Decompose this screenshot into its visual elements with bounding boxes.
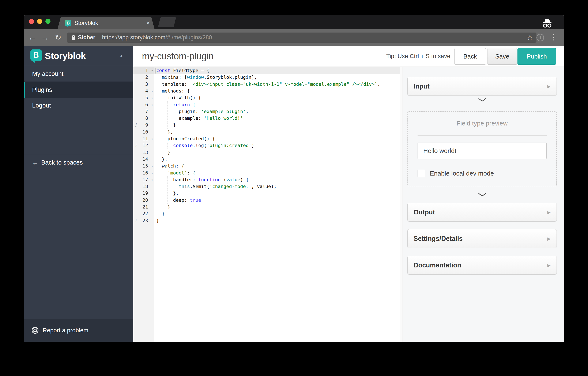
address-bar[interactable]: Sicher https://app.storyblok.com/#!/me/p… [67, 32, 536, 43]
gutter-cell-13[interactable]: 13 [133, 149, 154, 156]
gutter-cell-10[interactable]: 10 [133, 129, 154, 136]
extension-icon[interactable]: 1 [536, 34, 544, 42]
tab-title: Storyblok [74, 17, 98, 29]
line-number: 22 [143, 210, 148, 217]
gutter-cell-12[interactable]: i12 [133, 142, 154, 149]
code-token: 'Hello world!' [204, 115, 243, 121]
sidebar-item-label: My account [32, 71, 63, 77]
code-line-4[interactable]: methods: { [154, 88, 399, 94]
gutter-cell-18[interactable]: 18 [133, 183, 154, 190]
fold-arrow-icon[interactable]: ▾ [151, 88, 153, 95]
gutter-cell-5[interactable]: 5▾ [133, 94, 154, 101]
sidebar-item-plugins[interactable]: Plugins [24, 82, 133, 98]
code-line-7[interactable]: plugin: 'example_plugin', [154, 108, 399, 115]
input-accordion[interactable]: Input ▶ [407, 77, 557, 96]
browser-forward-button[interactable]: → [40, 29, 50, 46]
code-line-19[interactable]: }, [154, 190, 399, 197]
gutter-cell-11[interactable]: 11▾ [133, 136, 154, 142]
close-window-button[interactable] [29, 19, 34, 24]
code-token: . [193, 143, 195, 148]
code-line-6[interactable]: return { [154, 101, 399, 108]
chevron-down-icon[interactable] [407, 193, 557, 198]
sidebar-item-my-account[interactable]: My account [24, 66, 133, 82]
fold-arrow-icon[interactable]: ▾ [151, 136, 153, 142]
code-line-16[interactable]: 'model': { [154, 170, 399, 176]
gutter-cell-2[interactable]: 2 [133, 74, 154, 81]
sidebar-item-logout[interactable]: Logout [24, 98, 133, 113]
code-line-13[interactable]: } [154, 149, 399, 156]
browser-menu-icon[interactable]: ⋮ [550, 29, 557, 46]
code-token: .Storyblok.plugin], [204, 74, 257, 80]
code-line-11[interactable]: pluginCreated() { [154, 136, 399, 142]
gutter-cell-17[interactable]: 17▾ [133, 176, 154, 183]
editor-scrollbar[interactable] [400, 67, 403, 342]
gutter-cell-6[interactable]: 6▾ [133, 101, 154, 108]
browser-reload-button[interactable]: ↻ [53, 29, 63, 46]
zoom-window-button[interactable] [45, 19, 51, 24]
code-line-2[interactable]: mixins: [window.Storyblok.plugin], [154, 74, 399, 81]
collapse-sidebar-icon[interactable]: ▲ [120, 46, 123, 66]
url-path: /#!/me/plugins/280 [165, 34, 212, 41]
gutter-cell-19[interactable]: 19 [133, 190, 154, 197]
gutter-cell-7[interactable]: 7 [133, 108, 154, 115]
fold-arrow-icon[interactable]: ▾ [151, 102, 153, 108]
indent-guide [173, 108, 173, 115]
fold-arrow-icon[interactable]: ▾ [151, 170, 153, 177]
code-line-14[interactable]: }, [154, 156, 399, 163]
browser-back-button[interactable]: ← [27, 29, 38, 46]
gutter-cell-4[interactable]: 4▾ [133, 88, 154, 94]
gutter-cell-3[interactable]: 3 [133, 81, 154, 88]
code-line-21[interactable]: } [154, 204, 399, 210]
gutter-cell-22[interactable]: 22 [133, 210, 154, 217]
gutter-cell-15[interactable]: 15▾ [133, 163, 154, 169]
line-number: 9 [145, 122, 148, 128]
code-line-3[interactable]: template: `<div><input class="uk-width-1… [154, 81, 399, 88]
preview-text-input[interactable] [418, 143, 546, 159]
close-tab-icon[interactable]: × [146, 17, 150, 29]
gutter-cell-16[interactable]: 16▾ [133, 170, 154, 176]
code-line-17[interactable]: handler: function (value) { [154, 176, 399, 183]
fold-arrow-icon[interactable]: ▾ [151, 177, 153, 183]
code-line-10[interactable]: }, [154, 129, 399, 136]
new-tab-button[interactable] [158, 17, 176, 27]
gutter-cell-1[interactable]: 1▾ [133, 67, 154, 74]
gutter-cell-9[interactable]: i9 [133, 122, 154, 128]
fold-arrow-icon[interactable]: ▾ [151, 95, 153, 101]
code-line-12[interactable]: console.log('plugin:created') [154, 142, 399, 149]
gutter-cell-20[interactable]: 20 [133, 197, 154, 204]
fold-arrow-icon[interactable]: ▾ [151, 163, 153, 170]
code-line-23[interactable]: } [154, 217, 399, 224]
code-line-9[interactable]: } [154, 122, 399, 128]
bookmark-star-icon[interactable]: ☆ [527, 32, 533, 43]
code-token [156, 143, 173, 148]
minimize-window-button[interactable] [37, 19, 42, 24]
code-line-22[interactable]: } [154, 210, 399, 217]
documentation-accordion[interactable]: Documentation ▶ [407, 256, 557, 275]
save-button[interactable]: Save [487, 48, 517, 65]
back-button[interactable]: Back [454, 48, 486, 65]
fold-arrow-icon[interactable]: ▾ [151, 67, 153, 74]
gutter-cell-14[interactable]: 14 [133, 156, 154, 163]
code-editor[interactable]: const Fieldtype = { mixins: [window.Stor… [154, 67, 400, 342]
code-line-18[interactable]: this.$emit('changed-model', value); [154, 183, 399, 190]
code-line-5[interactable]: initWith() { [154, 94, 399, 101]
publish-button[interactable]: Publish [517, 48, 556, 65]
gutter-cell-21[interactable]: 21 [133, 204, 154, 210]
browser-tab[interactable]: B Storyblok × [57, 17, 155, 29]
gutter-cell-23[interactable]: i23 [133, 217, 154, 224]
code-token: , [377, 82, 380, 87]
line-number: 1 [145, 67, 148, 74]
code-line-15[interactable]: watch: { [154, 163, 399, 169]
code-line-1[interactable]: const Fieldtype = { [154, 67, 399, 74]
back-to-spaces-link[interactable]: ← Back to spaces [24, 154, 133, 171]
code-token: initWith() { [156, 95, 201, 100]
dev-mode-checkbox[interactable] [418, 170, 425, 177]
code-line-8[interactable]: example: 'Hello world!' [154, 115, 399, 122]
code-line-20[interactable]: deep: true [154, 197, 399, 204]
settings-details-accordion[interactable]: Settings/Details ▶ [407, 229, 557, 248]
gutter-cell-8[interactable]: 8 [133, 115, 154, 122]
line-number: 13 [143, 149, 148, 156]
report-problem-link[interactable]: Report a problem [24, 319, 133, 342]
output-accordion[interactable]: Output ▶ [407, 203, 557, 222]
chevron-down-icon[interactable] [407, 98, 557, 103]
